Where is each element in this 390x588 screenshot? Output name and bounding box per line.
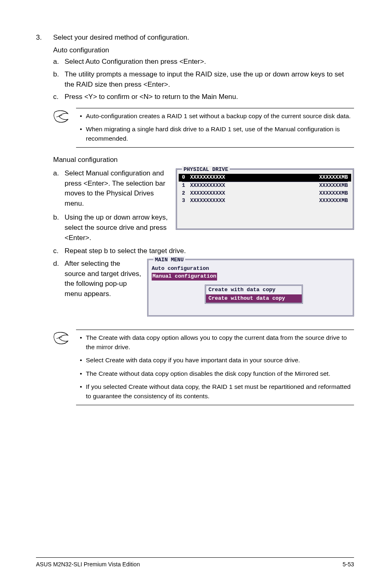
manual-a-text: Select Manual configuration and press <E… [65, 168, 171, 209]
step-content: Select your desired method of configurat… [53, 33, 354, 105]
letter-c: c. [53, 92, 65, 102]
row-a: a. Select Manual configuration and press… [53, 168, 354, 245]
drive-row-1: 1 XXXXXXXXXXX XXXXXXXMB [179, 182, 351, 190]
drive-num: 3 [182, 197, 190, 205]
letter-mb: b. [53, 213, 65, 243]
note-block-1: • Auto-configuration creates a RAID 1 se… [53, 108, 354, 148]
letter-mc: c. [53, 246, 65, 256]
popup-opt-without-copy: Create without data copy [206, 294, 302, 303]
letter-a: a. [53, 57, 65, 67]
note2-item1: The Create with data copy option allows … [86, 333, 354, 352]
footer-right: 5-53 [343, 560, 354, 568]
sub-c-text: Press <Y> to confirm or <N> to return to… [65, 92, 354, 102]
bullet-icon: • [76, 369, 86, 378]
note2-item3: The Create without data copy option disa… [86, 369, 354, 378]
note1-item1: Auto-configuration creates a RAID 1 set … [86, 112, 354, 121]
manual-b: b. Using the up or down arrow keys, sele… [53, 213, 171, 243]
footer-left: ASUS M2N32-SLI Premium Vista Edition [36, 560, 140, 568]
drive-id: XXXXXXXXXXX [190, 174, 315, 182]
sub-c: c. Press <Y> to confirm or <N> to return… [53, 92, 354, 102]
page-footer: ASUS M2N32-SLI Premium Vista Edition 5-5… [36, 557, 354, 568]
drive-size: XXXXXXXMB [315, 182, 348, 190]
drive-row-3: 3 XXXXXXXXXXX XXXXXXXMB [179, 197, 351, 205]
sub-b: b. The utility prompts a message to inpu… [53, 70, 354, 90]
main-opt-auto: Auto configuration [152, 265, 350, 273]
drive-row-0: 0 XXXXXXXXXXX XXXXXXXMB [179, 174, 351, 182]
sub-b-text: The utility prompts a message to input t… [65, 70, 354, 90]
bullet-icon: • [76, 356, 86, 365]
note-body-2: • The Create with data copy option allow… [76, 330, 354, 405]
manual-c: c. Repeat step b to select the target dr… [53, 246, 354, 256]
main-menu-panel: MAIN MENU Auto configuration Manual conf… [147, 259, 354, 316]
note1-item2: When migrating a single hard disk drive … [86, 125, 354, 143]
drive-size: XXXXXXXMB [315, 174, 348, 182]
drive-id: XXXXXXXXXXX [190, 190, 315, 197]
drive-id: XXXXXXXXXXX [190, 182, 315, 190]
letter-md: d. [53, 259, 65, 299]
bullet-icon: • [76, 112, 86, 121]
note2-item4: If you selected Create without data copy… [86, 382, 354, 401]
step-3: 3. Select your desired method of configu… [36, 33, 354, 105]
manual-c-text: Repeat step b to select the target drive… [65, 246, 354, 256]
drive-size: XXXXXXXMB [315, 190, 348, 197]
manual-b-text: Using the up or down arrow keys, select … [65, 213, 171, 243]
manual-d-text: After selecting the source and target dr… [65, 259, 142, 299]
note-icon [53, 330, 76, 349]
auto-config-heading: Auto configuration [53, 45, 354, 56]
note-block-2: • The Create with data copy option allow… [53, 330, 354, 405]
drive-row-2: 2 XXXXXXXXXXX XXXXXXXMB [179, 190, 351, 197]
drive-id: XXXXXXXXXXX [190, 197, 315, 205]
letter-b: b. [53, 70, 65, 90]
bullet-icon: • [76, 382, 86, 401]
bullet-icon: • [76, 333, 86, 352]
step-text: Select your desired method of configurat… [53, 33, 354, 43]
manual-d: d. After selecting the source and target… [53, 259, 142, 299]
main-opt-manual: Manual configuration [152, 273, 217, 281]
drive-num: 2 [182, 190, 190, 197]
drive-num: 1 [182, 182, 190, 190]
sub-a: a. Select Auto Configuration then press … [53, 57, 354, 67]
manual-config-heading: Manual configuration [53, 155, 354, 165]
drive-size: XXXXXXXMB [315, 197, 348, 205]
bullet-icon: • [76, 125, 86, 143]
note2-item2: Select Create with data copy if you have… [86, 356, 354, 365]
letter-ma: a. [53, 168, 65, 209]
physical-drive-title: PHYSICAL DRIVE [182, 166, 230, 174]
main-menu-title: MAIN MENU [153, 256, 185, 264]
popup-menu: Create with data copy Create without dat… [205, 285, 303, 304]
popup-opt-with-copy: Create with data copy [206, 286, 302, 294]
sub-a-text: Select Auto Configuration then press <En… [65, 57, 354, 67]
step-number: 3. [36, 33, 53, 105]
note-body-1: • Auto-configuration creates a RAID 1 se… [76, 108, 354, 148]
row-d: d. After selecting the source and target… [53, 259, 354, 316]
manual-a: a. Select Manual configuration and press… [53, 168, 171, 209]
physical-drive-panel: PHYSICAL DRIVE 0 XXXXXXXXXXX XXXXXXXMB 1… [176, 168, 354, 230]
drive-num: 0 [182, 174, 190, 182]
note-icon [53, 108, 76, 128]
